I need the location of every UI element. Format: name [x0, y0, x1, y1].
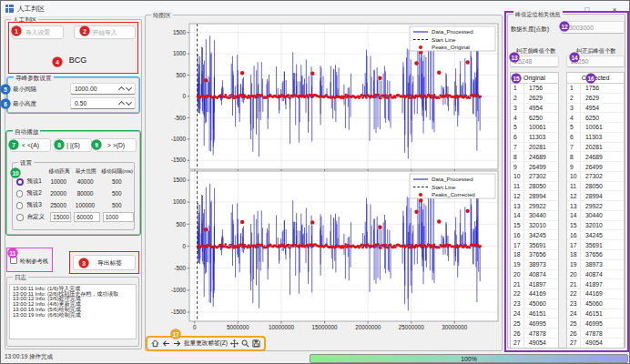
table-row[interactable]: 1329922: [511, 201, 558, 211]
row-index: 4: [511, 113, 524, 122]
table-row[interactable]: 2546995: [567, 318, 624, 329]
custom-value-input[interactable]: 1000: [103, 212, 134, 222]
table-row[interactable]: 1735691: [567, 240, 624, 250]
table-row[interactable]: 926499: [567, 162, 624, 172]
table-row[interactable]: 2749054: [511, 339, 558, 349]
table-row[interactable]: 2749054: [567, 339, 624, 349]
table-row[interactable]: 2647878: [567, 329, 624, 339]
table-row[interactable]: 2446151: [567, 309, 624, 319]
settings-header-row: 移动距离最大范围移动间隔(ms): [14, 167, 134, 176]
table-row[interactable]: 611303: [567, 133, 624, 143]
batch-edit-label-button[interactable]: 批量更改标签(Z): [184, 339, 228, 348]
table-row[interactable]: 510061: [567, 123, 624, 133]
table-row[interactable]: 2244169: [511, 289, 558, 299]
row-value: 2629: [581, 94, 599, 103]
table-row[interactable]: 1128050: [567, 182, 624, 192]
pan-icon[interactable]: [230, 339, 239, 348]
table-row[interactable]: 1837656: [567, 250, 624, 260]
table-row[interactable]: 1228994: [567, 191, 624, 201]
table-row[interactable]: 510061: [511, 123, 558, 133]
table-row[interactable]: 1027302: [567, 172, 624, 182]
table-row[interactable]: 1837656: [511, 250, 558, 260]
table-row[interactable]: 34954: [567, 104, 624, 114]
table-row[interactable]: 2345060: [511, 299, 558, 309]
row-value: 47878: [524, 329, 546, 338]
spin-down-icon[interactable]: [127, 101, 131, 106]
row-value: 45060: [524, 299, 546, 308]
table-row[interactable]: 2446151: [511, 309, 558, 319]
table-row[interactable]: 1532010: [567, 221, 624, 231]
forward-icon[interactable]: [173, 339, 181, 348]
autoplay-next-button[interactable]: > >(D): [96, 138, 137, 152]
table-row[interactable]: 1634245: [567, 230, 624, 240]
table-row[interactable]: 1430440: [567, 211, 624, 221]
table-row[interactable]: 22629: [511, 94, 558, 104]
min-height-spinbox[interactable]: 0.50: [70, 97, 136, 109]
table-row[interactable]: 2647878: [511, 329, 558, 339]
preset-radio-2[interactable]: [16, 190, 23, 197]
row-value: 30440: [581, 211, 603, 220]
table-row[interactable]: 720281: [567, 143, 624, 153]
preset-radio-3[interactable]: [16, 202, 23, 209]
svg-text:30000000: 30000000: [442, 324, 468, 330]
table-row[interactable]: 824689: [511, 152, 558, 162]
row-index: 4: [567, 113, 581, 122]
table-row[interactable]: 1735691: [511, 240, 558, 250]
row-index: 25: [511, 318, 524, 328]
min-interval-spinbox[interactable]: 1000.00: [70, 83, 136, 95]
custom-value-input[interactable]: 60000: [74, 212, 100, 222]
table-row[interactable]: 1128050: [511, 182, 558, 192]
table-row[interactable]: 34954: [511, 104, 558, 114]
table-row[interactable]: 46250: [567, 113, 624, 123]
table-row[interactable]: 1938973: [567, 260, 624, 270]
preset-radio-1[interactable]: [16, 178, 24, 186]
back-icon[interactable]: [162, 339, 170, 348]
table-row[interactable]: 22629: [567, 94, 624, 104]
table-row[interactable]: 824689: [567, 152, 624, 162]
table-row[interactable]: 1027302: [511, 172, 558, 182]
table-row[interactable]: 2040874: [567, 270, 624, 280]
log-area[interactable]: 13:00:11 Info: (1/6)导入完成13:00:11 Info: (…: [9, 284, 137, 339]
autoplay-settings-table: 移动距离最大范围移动间隔(ms)预设11000040000500预设220000…: [14, 167, 134, 223]
data-length-field[interactable]: 33003000: [561, 21, 625, 34]
table-row[interactable]: 1329922: [567, 201, 624, 211]
home-icon[interactable]: [151, 339, 159, 348]
row-index: 2: [567, 94, 581, 103]
table-row[interactable]: 1938973: [511, 260, 558, 270]
preset-radio-4[interactable]: [16, 214, 24, 221]
row-index: 17: [511, 240, 524, 249]
table-row[interactable]: 11756: [567, 84, 624, 94]
original-peaks-table[interactable]: Original11756226293495446250510061611303…: [510, 72, 559, 349]
row-index: 16: [567, 230, 581, 239]
charts-canvas[interactable]: -1500-1000-500050010001500Data_Processed…: [145, 16, 503, 331]
row-value: 2629: [524, 94, 543, 103]
custom-value-input[interactable]: 15000: [50, 212, 71, 222]
annotation-badge-6: 6: [1, 99, 11, 109]
preset-value: 100000: [70, 202, 99, 208]
table-row[interactable]: 46250: [511, 113, 558, 123]
row-value: 4954: [524, 104, 543, 113]
spin-up-icon[interactable]: [119, 86, 124, 91]
table-row[interactable]: 2040874: [511, 270, 558, 280]
corrected-peaks-table[interactable]: Corrected1175622629349544625051006161130…: [566, 72, 625, 349]
table-row[interactable]: 2345060: [567, 299, 624, 309]
row-index: 22: [511, 289, 524, 298]
autoplay-settings-group-label: 设置: [18, 158, 34, 167]
table-row[interactable]: 611303: [511, 133, 558, 143]
table-row[interactable]: 1430440: [511, 211, 558, 221]
table-row[interactable]: 2141897: [511, 279, 558, 289]
table-row[interactable]: 11756: [511, 84, 558, 94]
table-row[interactable]: 1532010: [511, 221, 558, 231]
table-row[interactable]: 1228994: [511, 191, 558, 201]
spin-down-icon[interactable]: [127, 86, 131, 91]
table-row[interactable]: 926499: [511, 162, 558, 172]
table-row[interactable]: 2141897: [567, 279, 624, 289]
table-row[interactable]: 2244169: [567, 289, 624, 299]
spin-up-icon[interactable]: [119, 101, 124, 106]
table-row[interactable]: 720281: [511, 143, 558, 153]
row-index: 13: [567, 201, 581, 210]
zoom-icon[interactable]: [241, 339, 249, 348]
table-row[interactable]: 2546995: [511, 318, 558, 329]
save-icon[interactable]: [252, 339, 260, 348]
table-row[interactable]: 1634245: [511, 230, 558, 240]
